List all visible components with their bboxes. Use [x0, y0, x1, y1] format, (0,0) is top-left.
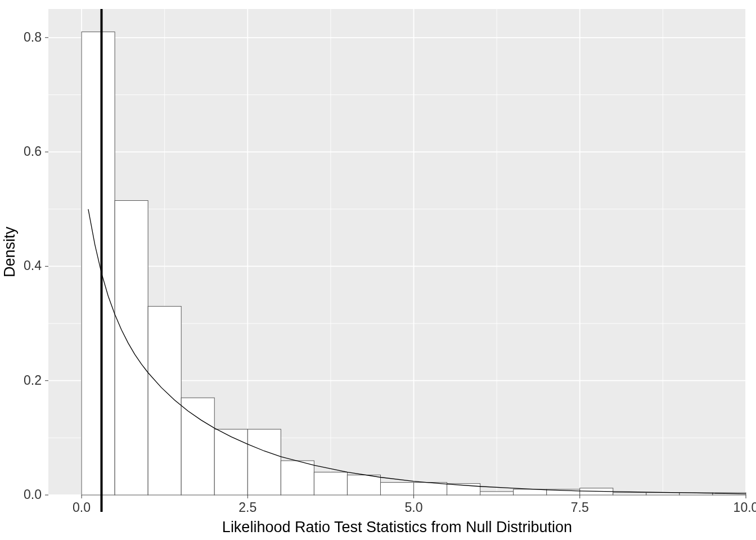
x-tick-label: 5.0 — [405, 500, 423, 515]
y-axis-label: Density — [1, 226, 18, 277]
histogram-bar — [148, 307, 181, 495]
density-histogram-chart: 0.02.55.07.510.00.00.20.40.60.8 Likeliho… — [0, 0, 756, 540]
histogram-bar — [248, 429, 281, 495]
x-tick-label: 7.5 — [571, 500, 589, 515]
x-tick-label: 2.5 — [238, 500, 256, 515]
histogram-bar — [347, 475, 380, 495]
histogram-bar — [314, 472, 347, 495]
histogram-bar — [480, 492, 514, 495]
y-tick-label: 0.6 — [24, 144, 42, 159]
histogram-bar — [380, 483, 413, 495]
y-tick-label: 0.4 — [24, 258, 42, 273]
x-axis-label: Likelihood Ratio Test Statistics from Nu… — [222, 519, 572, 536]
histogram-bar — [646, 493, 680, 495]
histogram-bar — [514, 489, 547, 495]
histogram-bar — [613, 493, 646, 495]
y-tick-label: 0.8 — [24, 30, 42, 44]
y-tick-label: 0.0 — [24, 487, 42, 502]
histogram-bar — [281, 461, 314, 495]
histogram-bar — [181, 398, 214, 495]
histogram-bar — [214, 429, 248, 495]
x-tick-label: 0.0 — [73, 500, 91, 515]
histogram-bar — [115, 201, 148, 495]
histogram-bar — [414, 483, 447, 495]
x-tick-label: 10.0 — [734, 500, 756, 515]
histogram-bar — [82, 32, 115, 495]
y-tick-label: 0.2 — [24, 373, 42, 388]
